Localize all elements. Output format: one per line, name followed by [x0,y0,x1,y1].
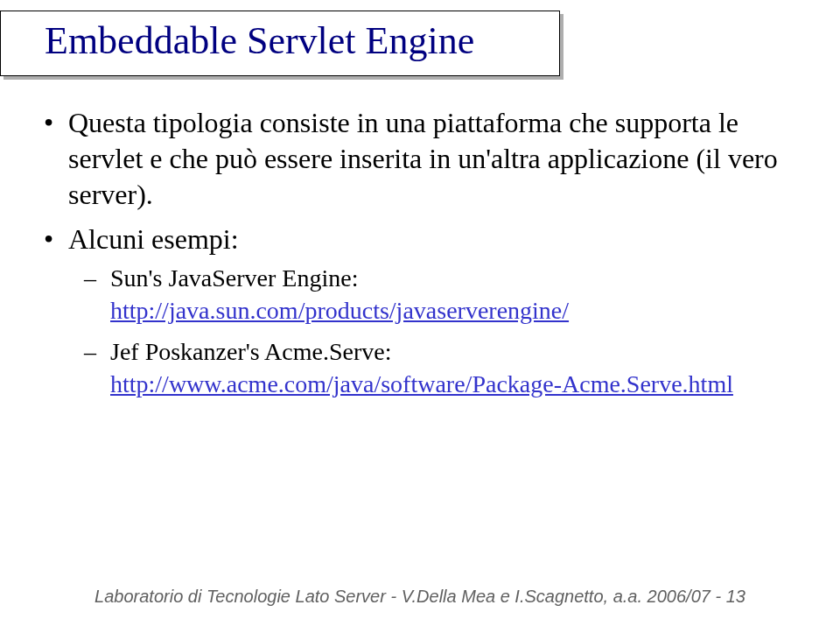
bullet-1: Questa tipologia consiste in una piattaf… [44,105,805,213]
title-box: Embeddable Servlet Engine [0,11,560,76]
bullet-2: Alcuni esempi: Sun's JavaServer Engine: … [44,222,805,401]
slide: Embeddable Servlet Engine Questa tipolog… [0,0,840,626]
sub-bullet-1: Sun's JavaServer Engine: http://java.sun… [84,263,805,327]
sub-bullet-2-text: Jef Poskanzer's Acme.Serve: [110,338,392,365]
bullet-1-text: Questa tipologia consiste in una piattaf… [68,107,778,210]
sub-bullet-1-link[interactable]: http://java.sun.com/products/javaservere… [110,297,569,324]
slide-title: Embeddable Servlet Engine [45,19,474,62]
sub-bullet-2: Jef Poskanzer's Acme.Serve: http://www.a… [84,336,805,401]
slide-body: Questa tipologia consiste in una piattaf… [44,105,805,410]
sub-bullet-1-text: Sun's JavaServer Engine: [110,264,358,292]
sub-bullet-2-link[interactable]: http://www.acme.com/java/software/Packag… [110,370,733,397]
slide-footer: Laboratorio di Tecnologie Lato Server - … [0,587,840,607]
bullet-2-text: Alcuni esempi: [68,223,239,255]
